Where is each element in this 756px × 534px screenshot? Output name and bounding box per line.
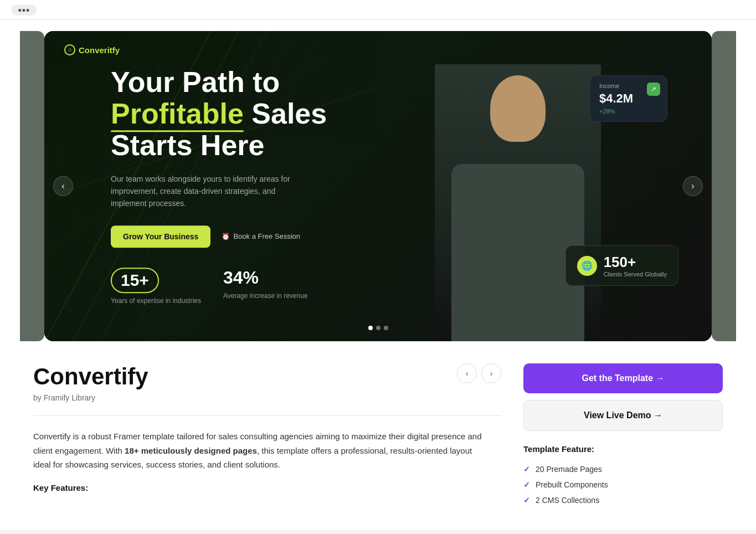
key-features-label: Key Features: xyxy=(33,483,501,492)
dot-3[interactable] xyxy=(384,326,388,330)
brand-icon: ☺ xyxy=(64,44,75,55)
check-icon-3: ✓ xyxy=(523,496,530,505)
hero-buttons: Grow Your Business Book a Free Session xyxy=(111,225,327,248)
stat-years-label: Years of expertise in industries xyxy=(111,296,201,306)
info-section: Convertify ‹ › by Framify Library Conver… xyxy=(0,341,756,530)
income-change: +28% xyxy=(599,108,658,115)
brand-name: Converitfy xyxy=(79,45,120,55)
template-feature-title: Template Feature: xyxy=(523,444,723,454)
carousel-section: ☺ Converitfy Your Path to Profitable Sal… xyxy=(0,20,756,341)
clients-icon: 🌐 xyxy=(577,256,597,276)
person-area xyxy=(424,31,612,341)
pagination-right-button[interactable]: › xyxy=(481,363,501,383)
left-arrow-icon: ‹ xyxy=(61,181,64,191)
clients-info: 150+ Clients Served Globally xyxy=(604,254,667,278)
product-title: Convertify xyxy=(33,363,501,390)
hero-line1: Your Path to xyxy=(111,66,280,98)
top-bar-text: ●●● xyxy=(18,6,30,14)
hero-line2: Sales xyxy=(244,97,327,130)
check-icon-1: ✓ xyxy=(523,465,530,474)
stats-row: 15+ Years of expertise in industries 34%… xyxy=(111,268,327,306)
feature-list: ✓ 20 Premade Pages ✓ Prebuilt Components… xyxy=(523,461,723,508)
view-demo-label: View Live Demo → xyxy=(584,410,662,420)
get-template-button[interactable]: Get the Template → xyxy=(523,363,723,393)
desc-bold: 18+ meticulously designed pages xyxy=(125,446,257,455)
feature-label-2: Prebuilt Components xyxy=(536,480,608,489)
feature-item: ✓ 20 Premade Pages xyxy=(523,461,723,477)
get-template-label: Get the Template → xyxy=(582,373,664,383)
stat-years: 15+ Years of expertise in industries xyxy=(111,268,201,306)
stat-revenue-label: Average increase in revenue xyxy=(223,291,308,301)
stat-revenue: 34% Average increase in revenue xyxy=(223,268,308,301)
stat-revenue-number: 34% xyxy=(223,268,308,288)
feature-label-3: 2 CMS Collections xyxy=(536,496,599,505)
carousel-arrow-left[interactable]: ‹ xyxy=(53,176,73,196)
hero-subtitle: Our team works alongside yours to identi… xyxy=(111,173,310,210)
info-title-row: Convertify ‹ › xyxy=(33,363,501,390)
info-left: Convertify ‹ › by Framify Library Conver… xyxy=(33,363,501,492)
book-session-button[interactable]: Book a Free Session xyxy=(222,232,300,240)
income-graph-icon: ↗ xyxy=(647,83,660,96)
slide-dots xyxy=(368,326,388,330)
clients-card: 🌐 150+ Clients Served Globally xyxy=(565,245,678,286)
top-bar-pill: ●●● xyxy=(11,4,37,16)
carousel-container: ☺ Converitfy Your Path to Profitable Sal… xyxy=(44,31,712,341)
top-bar: ●●● xyxy=(0,0,756,20)
carousel-outer: ☺ Converitfy Your Path to Profitable Sal… xyxy=(44,31,712,341)
feature-item: ✓ Prebuilt Components xyxy=(523,477,723,492)
income-card: ↗ Income $4.2M +28% xyxy=(590,75,667,122)
pagination-left-button[interactable]: ‹ xyxy=(457,363,477,383)
right-arrow-icon: › xyxy=(691,181,694,191)
feature-label-1: 20 Premade Pages xyxy=(536,465,602,474)
divider xyxy=(33,415,501,416)
page-wrapper: ●●● xyxy=(0,0,756,530)
product-description: Convertify is a robust Framer template t… xyxy=(33,429,487,472)
hero-highlight: Profitable xyxy=(111,97,244,130)
pagination-arrows: ‹ › xyxy=(457,363,501,383)
feature-item: ✓ 2 CMS Collections xyxy=(523,492,723,508)
grow-business-button[interactable]: Grow Your Business xyxy=(111,225,210,248)
carousel-arrow-right[interactable]: › xyxy=(683,176,703,196)
side-panel-left xyxy=(20,31,44,341)
side-panel-right xyxy=(712,31,736,341)
dot-1[interactable] xyxy=(368,326,373,330)
product-by: by Framify Library xyxy=(33,393,501,402)
dot-2[interactable] xyxy=(376,326,380,330)
hero-line3: Starts Here xyxy=(111,130,264,162)
clients-number: 150+ xyxy=(604,254,667,271)
carousel-brand: ☺ Converitfy xyxy=(64,44,120,55)
view-demo-button[interactable]: View Live Demo → xyxy=(523,400,723,431)
info-right: Get the Template → View Live Demo → Temp… xyxy=(523,363,723,508)
carousel-content: Your Path to Profitable Sales Starts Her… xyxy=(111,66,327,306)
stat-years-number: 15+ xyxy=(111,268,159,293)
clients-label: Clients Served Globally xyxy=(604,271,667,278)
person-image xyxy=(435,64,601,341)
hero-title: Your Path to Profitable Sales Starts Her… xyxy=(111,66,327,162)
check-icon-2: ✓ xyxy=(523,480,530,489)
